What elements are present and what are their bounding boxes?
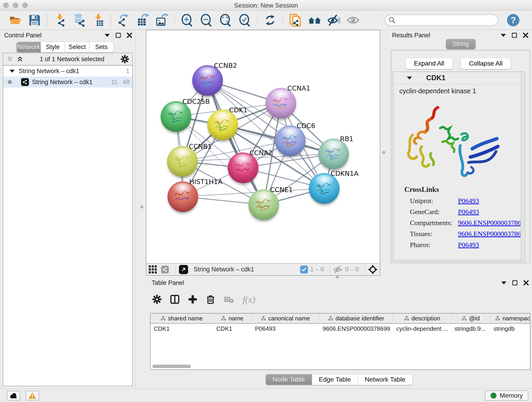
show-columns-icon[interactable]: [170, 295, 179, 304]
table-horizontal-scrollbar[interactable]: [152, 365, 191, 368]
hide-selected-button[interactable]: [327, 13, 341, 27]
tab-sets[interactable]: Sets: [89, 42, 114, 52]
memory-button[interactable]: Memory: [485, 390, 528, 401]
crosslink-link[interactable]: P06493: [458, 241, 479, 249]
expand-all-icon[interactable]: [17, 55, 23, 63]
tab-edge-table[interactable]: Edge Table: [312, 374, 358, 385]
column-header-namespace[interactable]: namespace: [490, 313, 530, 323]
tab-node-table[interactable]: Node Table: [266, 374, 312, 385]
table-row[interactable]: CDK1CDK1P064939606.ENSP00000378699cyclin…: [151, 324, 530, 334]
node-count: 11: [111, 79, 118, 86]
table-header-row: shared namenamecanonical namedatabase id…: [151, 313, 530, 324]
tab-string[interactable]: String: [446, 39, 475, 49]
left-splitter-handle[interactable]: [140, 205, 143, 209]
collapse-all-icon[interactable]: [6, 55, 13, 63]
grid-view-icon[interactable]: [149, 265, 157, 274]
table-cell[interactable]: cyclin-dependent ...: [393, 324, 451, 334]
crosslink-link[interactable]: 9606.ENSP00000378699: [458, 219, 524, 227]
node-HIST1H1A[interactable]: [167, 181, 198, 212]
export-table-button[interactable]: [136, 13, 150, 27]
delete-column-icon[interactable]: [206, 295, 215, 304]
cloud-button[interactable]: [7, 391, 20, 400]
node-CCNA2[interactable]: [228, 153, 259, 183]
node-CDKN1A[interactable]: [309, 173, 340, 204]
hidden-count: 0 – 0: [345, 266, 359, 273]
network-view-share-icon[interactable]: [161, 266, 169, 274]
table-cell[interactable]: 9606.ENSP00000378699: [319, 324, 393, 334]
crosslink-row: Compartments:9606.ENSP00000378699: [404, 219, 524, 227]
node-CDC6[interactable]: [275, 125, 306, 156]
add-column-icon[interactable]: [188, 295, 197, 304]
crosslink-link[interactable]: P06493: [458, 208, 479, 216]
table-cell[interactable]: CDK1: [213, 324, 252, 334]
tab-select[interactable]: Select: [65, 42, 89, 52]
network-collection-row[interactable]: String Network – cdk1 1: [3, 65, 132, 77]
protein-collapse-icon[interactable]: [407, 77, 412, 80]
export-network-button[interactable]: [116, 13, 131, 27]
collection-expand-icon[interactable]: [10, 70, 15, 73]
panel-menu-icon[interactable]: [501, 34, 506, 37]
panel-menu-icon[interactable]: [105, 34, 110, 37]
column-header-name[interactable]: name: [213, 313, 252, 323]
tab-style[interactable]: Style: [41, 42, 65, 52]
open-in-window-icon[interactable]: [179, 265, 188, 274]
collapse-all-button[interactable]: Collapse All: [461, 58, 511, 69]
node-CCNA1[interactable]: [266, 88, 296, 119]
table-cell[interactable]: CDK1: [151, 324, 213, 334]
column-header-database-identifier[interactable]: database identifier: [319, 313, 393, 323]
network-row[interactable]: String Network – cdk1 11 48: [3, 77, 132, 88]
string-home-button[interactable]: [307, 13, 322, 27]
show-all-button[interactable]: [346, 13, 360, 27]
node-CDC25B[interactable]: [161, 101, 191, 132]
import-table-file-button[interactable]: [91, 13, 105, 27]
gear-icon[interactable]: [152, 295, 162, 304]
node-CCNB1[interactable]: [167, 146, 198, 177]
help-button[interactable]: ?: [507, 14, 519, 26]
panel-float-icon[interactable]: [512, 280, 517, 285]
toolbar-separator: [47, 13, 47, 27]
crosslink-link[interactable]: 9606.ENSP00000378699: [458, 230, 524, 238]
node-CDK1[interactable]: [207, 109, 238, 140]
protein-card-header[interactable]: CDK1: [393, 72, 525, 84]
column-header-canonical-name[interactable]: canonical name: [252, 313, 319, 323]
column-header-description[interactable]: description: [393, 313, 451, 323]
selected-checkbox[interactable]: [300, 266, 308, 274]
search-input[interactable]: [396, 17, 492, 24]
node-CCNE1[interactable]: [248, 189, 279, 220]
table-cell[interactable]: stringdb: [490, 324, 530, 334]
panel-float-icon[interactable]: [116, 33, 121, 38]
node-RB1[interactable]: [318, 138, 349, 169]
right-splitter-handle[interactable]: [382, 151, 385, 154]
tab-network[interactable]: Network: [17, 42, 41, 52]
panel-float-icon[interactable]: [512, 33, 517, 38]
export-image-button[interactable]: [155, 13, 169, 27]
panel-close-icon[interactable]: [127, 32, 132, 38]
panel-menu-icon[interactable]: [501, 281, 506, 284]
clone-network-button[interactable]: [288, 13, 302, 27]
apply-layout-button[interactable]: [263, 13, 277, 27]
table-cell[interactable]: stringdb:9...: [451, 324, 490, 334]
tab-network-table[interactable]: Network Table: [358, 374, 412, 385]
panel-close-icon[interactable]: [523, 280, 529, 286]
crosshair-icon[interactable]: [368, 265, 378, 274]
zoom-selected-button[interactable]: [238, 13, 252, 27]
import-network-database-button[interactable]: [72, 13, 86, 27]
open-session-button[interactable]: [8, 13, 22, 27]
fit-content-button[interactable]: [219, 13, 233, 27]
panel-close-icon[interactable]: [523, 32, 528, 38]
zoom-in-button[interactable]: [180, 13, 194, 27]
gear-icon[interactable]: [121, 55, 129, 63]
results-scrollbar[interactable]: [520, 72, 524, 260]
crosslink-link[interactable]: P06493: [458, 197, 479, 205]
edge-CCNB2-CCNE1[interactable]: [208, 80, 264, 205]
save-session-button[interactable]: [27, 13, 42, 27]
expand-all-button[interactable]: Expand All: [405, 58, 453, 69]
import-network-file-button[interactable]: [53, 13, 67, 27]
table-cell[interactable]: P06493: [252, 324, 319, 334]
warning-button[interactable]: [26, 391, 39, 400]
column-header-shared-name[interactable]: shared name: [151, 313, 213, 323]
column-header-@id[interactable]: @id: [451, 313, 490, 323]
node-CCNB2[interactable]: [192, 65, 223, 96]
network-canvas[interactable]: CCNB2CCNA1CDC25BCDK1CDC6RB1CCNB1CCNA2CDK…: [146, 30, 380, 263]
zoom-out-button[interactable]: [199, 13, 214, 27]
